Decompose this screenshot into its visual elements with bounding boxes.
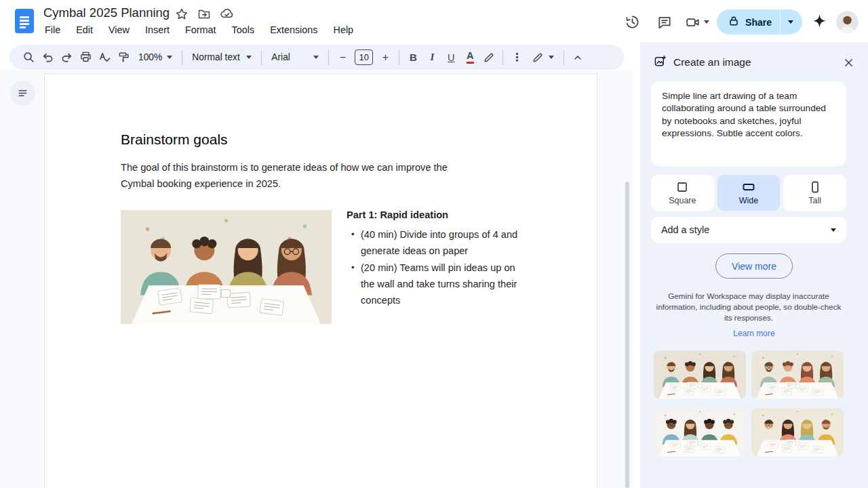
editing-pencil-icon <box>532 52 544 64</box>
redo-icon[interactable] <box>57 48 76 67</box>
comments-icon[interactable] <box>652 10 677 35</box>
version-history-icon[interactable] <box>619 10 645 35</box>
document-scrollbar[interactable] <box>625 182 629 488</box>
collapse-toolbar-button[interactable] <box>568 48 587 67</box>
cloud-status-icon[interactable] <box>220 7 234 24</box>
create-image-panel: Create an image Simple line art drawing … <box>640 42 868 488</box>
gemini-disclaimer-text: Gemini for Workspace may display inaccur… <box>655 291 842 323</box>
share-dropdown-button[interactable] <box>781 20 802 24</box>
doc-bullet-item[interactable]: (20 min) Teams will pin ideas up on the … <box>347 260 531 309</box>
add-style-select[interactable]: Add a style <box>651 217 846 243</box>
learn-more-link[interactable]: Learn more <box>640 329 868 338</box>
bold-button[interactable]: B <box>403 48 422 67</box>
menu-bar: File Edit View Insert Format Tools Exten… <box>43 23 367 37</box>
create-image-icon <box>654 55 667 70</box>
account-avatar[interactable] <box>836 11 859 33</box>
editing-mode-caret-icon <box>549 56 554 59</box>
doc-bullet-list: (40 min) Divide into groups of 4 and gen… <box>347 226 531 308</box>
gemini-sparkle-icon[interactable] <box>809 10 829 35</box>
menu-help[interactable]: Help <box>332 23 356 37</box>
undo-icon[interactable] <box>38 48 57 67</box>
document-page[interactable]: Brainstorm goals The goal of this brains… <box>44 73 597 488</box>
editing-mode-select[interactable] <box>526 48 559 67</box>
doc-bullet-item[interactable]: (40 min) Divide into groups of 4 and gen… <box>347 226 531 260</box>
share-button-label: Share <box>745 17 772 28</box>
generated-image-thumbnail[interactable] <box>654 350 746 399</box>
font-size-input[interactable]: 10 <box>355 49 373 65</box>
underline-button[interactable]: U <box>441 48 460 67</box>
aspect-wide-button[interactable]: Wide <box>717 175 781 211</box>
document-title[interactable]: Cymbal 2025 Planning <box>43 5 170 20</box>
zoom-select[interactable]: 100% <box>133 48 178 67</box>
decrease-font-size-button[interactable]: − <box>333 48 352 67</box>
document-canvas: Brainstorm goals The goal of this brains… <box>0 70 632 488</box>
paragraph-style-select[interactable]: Normal text <box>186 48 257 67</box>
highlight-pen-icon[interactable] <box>479 48 498 67</box>
text-color-button[interactable]: A <box>460 48 479 67</box>
menu-tools[interactable]: Tools <box>230 23 257 37</box>
aspect-tall-button[interactable]: Tall <box>783 175 846 211</box>
square-aspect-icon <box>676 181 688 193</box>
doc-heading[interactable]: Brainstorm goals <box>121 131 228 148</box>
move-to-folder-icon[interactable] <box>197 7 211 24</box>
menu-format[interactable]: Format <box>183 23 218 37</box>
doc-part1-title[interactable]: Part 1: Rapid ideation <box>347 209 536 220</box>
star-icon[interactable] <box>175 7 189 24</box>
generated-image-thumbnail[interactable] <box>654 408 746 456</box>
style-dropdown-caret-icon <box>831 228 836 232</box>
font-caret-icon <box>313 56 319 59</box>
close-panel-icon[interactable] <box>840 54 857 71</box>
topbar: Cymbal 2025 Planning File Edit View Inse… <box>0 0 868 42</box>
print-icon[interactable] <box>76 48 95 67</box>
image-prompt-input[interactable]: Simple line art drawing of a team collab… <box>651 81 846 166</box>
share-lock-icon <box>728 15 740 29</box>
paint-format-icon[interactable] <box>114 48 133 67</box>
menu-edit[interactable]: Edit <box>74 23 95 37</box>
generated-image-thumbnail[interactable] <box>751 408 844 456</box>
zoom-caret-icon <box>167 56 172 59</box>
format-toolbar: 100% Normal text Arial − 10 + B I U A ⋮ <box>9 45 624 70</box>
menu-extensions[interactable]: Extensions <box>268 23 319 37</box>
spell-check-icon[interactable] <box>95 48 114 67</box>
meet-dropdown-caret-icon[interactable] <box>704 20 709 24</box>
search-menus-icon[interactable] <box>19 48 38 67</box>
wide-aspect-icon <box>743 181 755 193</box>
google-docs-logo-icon[interactable] <box>15 9 34 33</box>
doc-intro-paragraph[interactable]: The goal of this brainstorm is to genera… <box>121 159 483 192</box>
more-options-button[interactable]: ⋮ <box>507 48 526 67</box>
menu-view[interactable]: View <box>106 23 132 37</box>
aspect-ratio-group: Square Wide Tall <box>651 175 846 211</box>
menu-insert[interactable]: Insert <box>143 23 172 37</box>
style-caret-icon <box>246 56 252 59</box>
share-button[interactable]: Share <box>717 9 802 35</box>
italic-button[interactable]: I <box>422 48 441 67</box>
menu-file[interactable]: File <box>43 23 62 37</box>
aspect-square-button[interactable]: Square <box>651 175 714 211</box>
generated-image-thumbnail[interactable] <box>751 350 844 399</box>
show-outline-button[interactable] <box>10 81 35 106</box>
meet-video-call-icon[interactable] <box>684 10 710 35</box>
doc-inline-image[interactable] <box>121 210 332 324</box>
generated-images-grid <box>654 350 844 456</box>
font-family-select[interactable]: Arial <box>266 48 324 67</box>
google-docs-app: Cymbal 2025 Planning File Edit View Inse… <box>0 0 868 488</box>
panel-title: Create an image <box>673 56 751 68</box>
view-more-button[interactable]: View more <box>715 253 793 279</box>
increase-font-size-button[interactable]: + <box>376 48 395 67</box>
tall-aspect-icon <box>809 181 821 193</box>
